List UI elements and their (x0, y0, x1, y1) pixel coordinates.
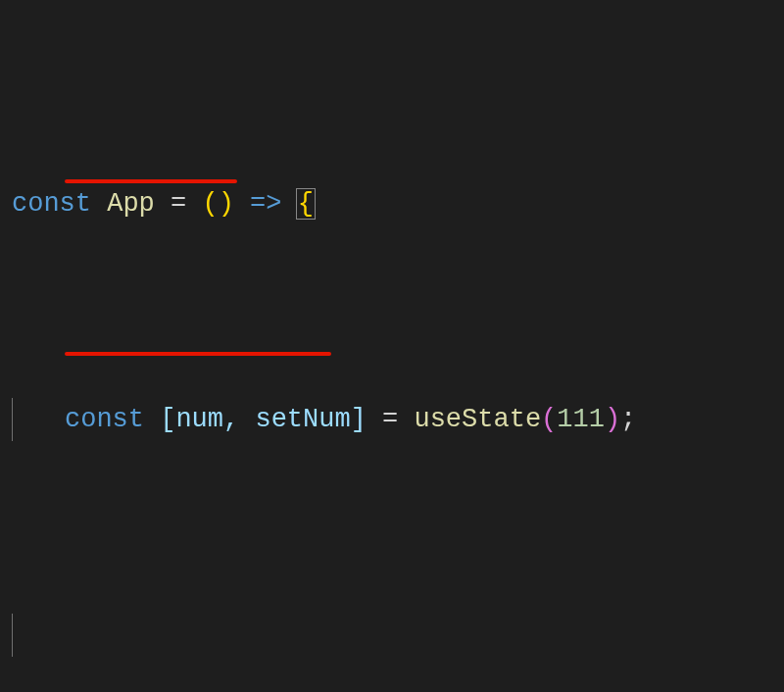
keyword-const: const (12, 189, 91, 219)
arrow: => (250, 189, 281, 219)
brace-open: { (296, 188, 316, 220)
ident-App: App (107, 189, 155, 219)
code-line: const [num, setNum] = useState(111); (12, 398, 766, 441)
call-useState: useState (414, 405, 541, 434)
paren-close: ) (219, 189, 234, 219)
annotation-underline (65, 179, 237, 183)
code-editor[interactable]: const App = () => { const [num, setNum] … (0, 0, 784, 692)
number-literal: 111 (557, 405, 605, 434)
code-line: const App = () => { (12, 182, 766, 225)
code-line (12, 614, 766, 657)
destructure: [num, setNum] (160, 405, 367, 434)
paren-open: ( (202, 189, 218, 219)
annotation-underline (65, 352, 331, 356)
